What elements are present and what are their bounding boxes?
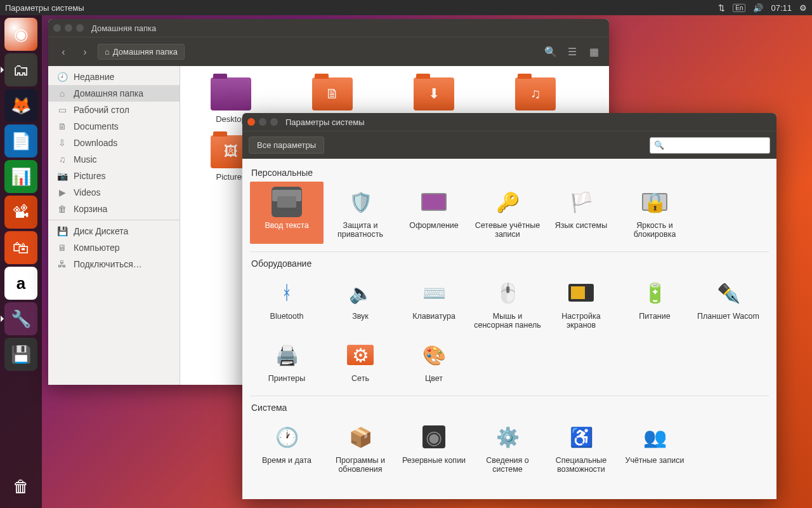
trash-launcher-icon[interactable]: 🗑: [4, 470, 37, 503]
amazon-launcher-icon[interactable]: a: [4, 267, 37, 300]
settings-item[interactable]: 🕐Время и дата: [250, 417, 324, 479]
category-header: Система: [250, 399, 769, 417]
unity-launcher: ◉ 🗂 🦊 📄 📊 📽 🛍 a 🔧 💾 🗑: [0, 15, 42, 508]
impress-launcher-icon[interactable]: 📽: [4, 196, 37, 229]
settings-item[interactable]: 🔒Яркость и блокировка: [618, 182, 691, 244]
file-window-title: Домашняя папка: [91, 23, 156, 33]
network-indicator[interactable]: ⇅: [718, 3, 725, 13]
settings-item[interactable]: 🏳️Язык системы: [544, 182, 618, 244]
search-icon[interactable]: 🔍: [542, 43, 560, 61]
settings-item[interactable]: ᚼBluetooth: [250, 272, 324, 335]
sidebar-item[interactable]: ▭Рабочий стол: [48, 102, 180, 118]
close-icon[interactable]: [53, 24, 61, 32]
settings-window-title: Параметры системы: [285, 117, 365, 127]
file-sidebar: 🕘Недавние⌂Домашняя папка▭Рабочий стол🗎Do…: [48, 66, 180, 385]
close-icon[interactable]: [247, 118, 255, 126]
sidebar-item[interactable]: ♫Music: [48, 151, 180, 168]
settings-item[interactable]: Настройка экранов: [544, 272, 618, 335]
files-launcher-icon[interactable]: 🗂: [4, 53, 37, 86]
sound-indicator[interactable]: 🔊: [753, 3, 763, 13]
calc-launcher-icon[interactable]: 📊: [4, 160, 37, 193]
file-window-titlebar[interactable]: Домашняя папка: [48, 19, 609, 37]
keyboard-layout-indicator[interactable]: En: [733, 4, 745, 12]
system-settings-window: Параметры системы Все параметры 🔍 Персон…: [242, 113, 776, 499]
settings-item[interactable]: ◉Резервные копии: [397, 417, 471, 479]
settings-item[interactable]: 🔑Сетевые учётные записи: [471, 182, 544, 244]
settings-item[interactable]: 🖨️Принтеры: [250, 335, 324, 388]
minimize-icon[interactable]: [259, 118, 266, 126]
list-view-icon[interactable]: ☰: [563, 43, 581, 61]
settings-item[interactable]: 🔈Звук: [324, 272, 397, 335]
settings-toolbar: Все параметры 🔍: [242, 131, 776, 159]
settings-item[interactable]: ♿Специальные возможности: [544, 417, 618, 479]
settings-item[interactable]: 👥Учётные записи: [618, 417, 691, 479]
firefox-launcher-icon[interactable]: 🦊: [4, 89, 37, 122]
sidebar-item[interactable]: 🕘Недавние: [48, 69, 180, 85]
dash-icon[interactable]: ◉: [4, 18, 37, 51]
clock[interactable]: 07:11: [771, 3, 792, 13]
back-button[interactable]: ‹: [55, 43, 72, 61]
save-launcher-icon[interactable]: 💾: [4, 338, 37, 371]
writer-launcher-icon[interactable]: 📄: [4, 124, 37, 157]
forward-button[interactable]: ›: [76, 43, 94, 61]
breadcrumb[interactable]: ⌂ Домашняя папка: [98, 44, 185, 60]
settings-launcher-icon[interactable]: 🔧: [4, 302, 37, 335]
active-window-title: Параметры системы: [5, 3, 84, 13]
settings-item[interactable]: Ввод текста: [250, 182, 324, 244]
sidebar-item[interactable]: 🖥Компьютер: [48, 239, 180, 256]
settings-titlebar[interactable]: Параметры системы: [242, 113, 776, 131]
minimize-icon[interactable]: [65, 24, 72, 32]
settings-item[interactable]: 🛡️Защита и приватность: [324, 182, 397, 244]
sidebar-item[interactable]: ▶Videos: [48, 184, 180, 201]
settings-body: ПерсональныеВвод текста🛡️Защита и приват…: [242, 159, 776, 499]
maximize-icon[interactable]: [76, 24, 84, 32]
top-menubar: Параметры системы ⇅ En 🔊 07:11 ⚙: [0, 0, 812, 15]
settings-item[interactable]: ⌨️Клавиатура: [397, 272, 471, 335]
sidebar-item[interactable]: 🗎Documents: [48, 118, 180, 135]
software-launcher-icon[interactable]: 🛍: [4, 231, 37, 264]
settings-item[interactable]: Оформление: [397, 182, 471, 244]
system-menu-icon[interactable]: ⚙: [799, 3, 807, 13]
grid-view-icon[interactable]: ▦: [585, 43, 603, 61]
sidebar-item[interactable]: 🗑Корзина: [48, 201, 180, 217]
settings-search-input[interactable]: 🔍: [650, 137, 770, 154]
all-settings-button[interactable]: Все параметры: [249, 137, 324, 154]
settings-item[interactable]: ⚙Сеть: [324, 335, 397, 388]
category-header: Оборудование: [250, 255, 769, 272]
sidebar-item[interactable]: ⌂Домашняя папка: [48, 85, 180, 102]
settings-item[interactable]: 📦Программы и обновления: [324, 417, 397, 479]
maximize-icon[interactable]: [270, 118, 278, 126]
settings-item[interactable]: 🔋Питание: [618, 272, 691, 335]
settings-item[interactable]: 🖱️Мышь и сенсорная панель: [471, 272, 544, 335]
settings-item[interactable]: 🎨Цвет: [397, 335, 471, 388]
sidebar-item[interactable]: 📷Pictures: [48, 168, 180, 184]
settings-item[interactable]: ⚙️Сведения о системе: [471, 417, 544, 479]
file-toolbar: ‹ › ⌂ Домашняя папка 🔍 ☰ ▦: [48, 37, 609, 66]
settings-item[interactable]: ✒️Планшет Wacom: [691, 272, 765, 335]
category-header: Персональные: [250, 164, 769, 182]
sidebar-item[interactable]: 🖧Подключиться…: [48, 256, 180, 272]
sidebar-item[interactable]: 💾Диск Дискета: [48, 223, 180, 239]
sidebar-item[interactable]: ⇩Downloads: [48, 135, 180, 151]
